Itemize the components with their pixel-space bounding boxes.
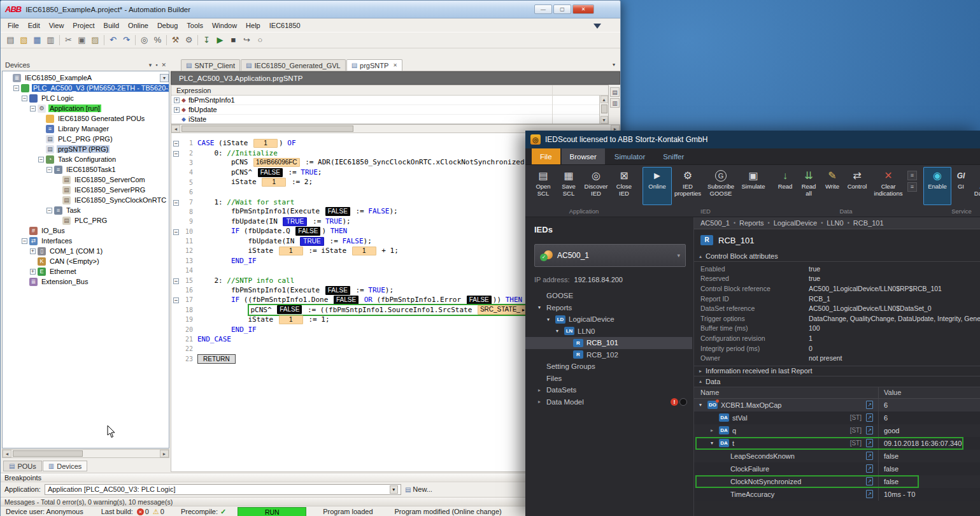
watch-row[interactable]: ◆iState: [171, 115, 608, 124]
menu-item-window[interactable]: Window: [208, 20, 241, 31]
device-tree-item[interactable]: #IO_Bus: [3, 226, 169, 236]
section-data[interactable]: ▴ Data: [694, 376, 980, 387]
panel-close-icon[interactable]: ✕: [161, 62, 166, 68]
device-tree-item[interactable]: ≣Extension_Bus: [3, 276, 169, 287]
device-tree-item[interactable]: ▤IEC61850_ServerCom: [3, 175, 169, 185]
fold-icon[interactable]: −: [173, 229, 179, 235]
fold-icon[interactable]: −: [173, 151, 179, 157]
stop-icon[interactable]: ■: [227, 34, 240, 47]
menu-item-debug[interactable]: Debug: [153, 20, 182, 31]
iedscout-title-bar[interactable]: ◎ IEDScout licensed to ABB Stortz-Kontak…: [525, 131, 980, 148]
new-breakpoint-button[interactable]: ▤ New...: [405, 485, 432, 493]
device-tree-item[interactable]: −◔Task Configuration: [3, 154, 169, 164]
tab-simulator[interactable]: Simulator: [606, 148, 654, 164]
watch-expander-icon[interactable]: +: [174, 107, 180, 113]
monitor-false-box[interactable]: FALSE: [258, 168, 283, 177]
device-tree-item[interactable]: IEC61850 Generated POUs: [3, 113, 169, 124]
breadcrumb-item[interactable]: RCB_101: [853, 219, 884, 227]
replace-icon[interactable]: %: [151, 34, 164, 47]
device-tree-item[interactable]: −PLC_AC500_V3 (PM5650-2ETH - TB5620-2ET: [3, 83, 169, 93]
section-information-received[interactable]: ▸ Information received in last Report: [694, 366, 980, 376]
watch-row[interactable]: +◆fbPmSntpInfo1: [171, 96, 608, 105]
data-table-row[interactable]: TimeAccuracy↗10ms - T0: [694, 488, 980, 501]
monitor-false-box[interactable]: FALSE: [295, 227, 320, 236]
device-tree-item[interactable]: −⚙Application [run]: [3, 103, 169, 113]
ied-selector[interactable]: ✓ AC500_1 ▾: [534, 244, 686, 267]
open-scl-button[interactable]: ▤Open SCL: [530, 167, 556, 205]
menu-item-view[interactable]: View: [45, 20, 69, 31]
data-table-row[interactable]: LeapSecondsKnown↗false: [694, 450, 980, 462]
menu-item-file[interactable]: File: [3, 20, 24, 31]
tree-expander-icon[interactable]: −: [38, 157, 44, 162]
tree-expander-icon[interactable]: +: [30, 248, 36, 254]
device-tree-item[interactable]: ▤PLC_PRG: [3, 215, 169, 226]
watch-vscrollbar[interactable]: ▲ ▼: [599, 96, 608, 124]
device-tree-item[interactable]: +EEthernet: [3, 266, 169, 276]
run-icon[interactable]: ▶: [213, 34, 227, 47]
monitor-value-box[interactable]: 1: [262, 178, 286, 187]
device-tree-item[interactable]: −≡Task: [3, 205, 169, 215]
detail-view-icon[interactable]: ≡: [907, 182, 917, 192]
menu-item-edit[interactable]: Edit: [24, 20, 45, 31]
watch-row[interactable]: +◆fbUpdate: [171, 105, 608, 115]
scroll-left-icon[interactable]: ◄: [3, 450, 11, 457]
clear-indications-button[interactable]: ✕Clear indications: [870, 167, 906, 205]
close-tab-icon[interactable]: ✕: [393, 62, 397, 68]
data-table-row[interactable]: ClockFailure↗false: [694, 462, 980, 475]
tab-list-icon[interactable]: ▾: [613, 62, 615, 68]
device-tree-item[interactable]: −≡IEC61850Task1: [3, 164, 169, 175]
name-column-header[interactable]: Name: [694, 387, 879, 398]
control-button[interactable]: ⇄Control: [844, 167, 870, 205]
ied-tree-item[interactable]: Files: [525, 373, 692, 385]
open-project-icon[interactable]: ▧: [17, 34, 31, 47]
data-table-row[interactable]: ▾DOXCBR1.MaxOpCap↗6: [694, 399, 980, 412]
undo-icon[interactable]: ↶: [106, 34, 120, 47]
online-button[interactable]: ►Online: [643, 167, 672, 205]
monitor-false-box[interactable]: FALSE: [467, 296, 492, 305]
scroll-right-icon[interactable]: ►: [160, 450, 169, 457]
monitor-value-box[interactable]: 16#B66096FC: [253, 158, 300, 167]
menu-item-help[interactable]: Help: [241, 20, 265, 31]
devices-hscrollbar[interactable]: ◄ ►: [2, 449, 169, 458]
new-file-icon[interactable]: ▤: [4, 34, 17, 47]
scroll-thumb[interactable]: [13, 450, 83, 457]
breadcrumb-item[interactable]: Reports: [739, 219, 764, 227]
ied-tree-item[interactable]: ▸Data Model!: [525, 396, 692, 408]
tree-expander-icon[interactable]: −: [13, 85, 19, 91]
ied-tree-item[interactable]: ▾LNLLN0: [525, 326, 692, 338]
data-table-row[interactable]: DAstVal[ST]↗6: [694, 412, 980, 424]
tree-expander-icon[interactable]: −: [22, 238, 27, 244]
menu-item-tools[interactable]: Tools: [182, 20, 208, 31]
fold-icon[interactable]: −: [173, 278, 179, 284]
monitor-value-box[interactable]: 1: [279, 247, 303, 255]
step-icon[interactable]: ↪: [240, 34, 253, 47]
scroll-down-icon[interactable]: ▼: [600, 116, 608, 124]
section-control-block-attributes[interactable]: ▴ Control Block attributes: [694, 251, 980, 262]
column-divider[interactable]: [552, 85, 553, 124]
find-icon[interactable]: ◎: [138, 34, 151, 47]
monitor-value-box[interactable]: 1: [352, 247, 376, 255]
editor-tab-prgsntp[interactable]: ▤prgSNTP✕: [346, 59, 402, 71]
subscribe-goose-button[interactable]: GSubscribe GOOSE: [704, 167, 738, 205]
breadcrumb-item[interactable]: AC500_1: [700, 219, 730, 227]
device-tree-item[interactable]: +▯COM_1 (COM 1): [3, 246, 169, 256]
fold-icon[interactable]: −: [173, 141, 179, 147]
save-scl-button[interactable]: ▦Save SCL: [556, 167, 581, 205]
filter-icon[interactable]: [593, 24, 601, 29]
value-column-header[interactable]: Value: [879, 389, 901, 396]
breadcrumb-item[interactable]: LLN0: [827, 219, 843, 227]
monitor-false-box[interactable]: FALSE: [277, 305, 302, 314]
menu-item-project[interactable]: Project: [68, 20, 99, 31]
device-tree-item[interactable]: −PLC Logic: [3, 93, 169, 103]
data-table-row[interactable]: ▸DAq[ST]↗good: [694, 424, 980, 437]
editor-tab-sntp_client[interactable]: ▤SNTP_Client: [181, 59, 240, 71]
device-combo-icon[interactable]: ▾: [160, 74, 169, 82]
editor-tab-iec61850_generated_gvl[interactable]: ▤IEC61850_Generated_GVL: [241, 59, 346, 71]
monitor-true-box[interactable]: TRUE: [283, 217, 307, 226]
read-button[interactable]: ↓Read: [774, 167, 797, 205]
write-button[interactable]: ✎Write: [821, 167, 844, 205]
save-icon[interactable]: ▦: [31, 34, 44, 47]
tab-pous[interactable]: ▤ POUs: [3, 461, 42, 471]
scroll-up-icon[interactable]: ▲: [600, 96, 608, 103]
ied-tree-item[interactable]: ▾LDLogicalDevice: [525, 313, 692, 326]
